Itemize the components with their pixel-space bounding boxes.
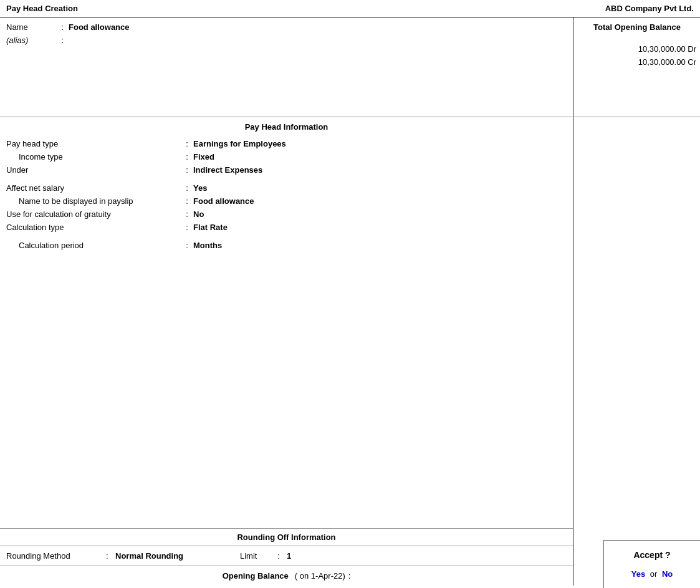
calc-type-value[interactable]: Flat Rate bbox=[193, 223, 228, 232]
accept-or-text: or bbox=[650, 569, 658, 579]
header-title-left: Pay Head Creation bbox=[6, 4, 78, 13]
income-type-row: Income type : Fixed bbox=[6, 152, 567, 161]
left-panel: Name : Food allowance (alias) : Pay Head… bbox=[0, 17, 573, 586]
pay-head-type-value[interactable]: Earnings for Employees bbox=[193, 139, 286, 148]
opening-balance-date: ( on 1-Apr-22) bbox=[295, 571, 345, 581]
rounding-method-colon: : bbox=[106, 551, 115, 561]
right-panel: Total Opening Balance 10,30,000.00 Dr 10… bbox=[573, 17, 700, 586]
alias-row: (alias) : bbox=[6, 36, 567, 45]
limit-value[interactable]: 1 bbox=[287, 551, 291, 561]
payslip-name-value[interactable]: Food allowance bbox=[193, 196, 254, 206]
rounding-method-value[interactable]: Normal Rounding bbox=[115, 551, 240, 561]
total-opening-balance-section: Total Opening Balance 10,30,000.00 Dr 10… bbox=[574, 17, 700, 117]
calc-type-row: Calculation type : Flat Rate bbox=[6, 223, 567, 232]
pay-head-type-colon: : bbox=[181, 139, 193, 148]
rounding-fields: Rounding Method : Normal Rounding Limit … bbox=[0, 546, 573, 566]
payslip-name-row: Name to be displayed in payslip : Food a… bbox=[6, 196, 567, 206]
total-opening-balance-title: Total Opening Balance bbox=[578, 22, 696, 32]
total-opening-balance-cr: 10,30,000.00 Cr bbox=[578, 57, 696, 67]
calc-period-value[interactable]: Months bbox=[193, 241, 222, 250]
pay-head-type-label: Pay head type bbox=[6, 139, 181, 148]
payslip-name-label: Name to be displayed in payslip bbox=[6, 196, 181, 206]
calc-type-colon: : bbox=[181, 223, 193, 232]
alias-colon: : bbox=[56, 36, 69, 45]
opening-balance-section: Opening Balance ( on 1-Apr-22) : bbox=[0, 566, 573, 586]
name-colon: : bbox=[56, 22, 69, 32]
name-value[interactable]: Food allowance bbox=[69, 22, 130, 32]
under-value[interactable]: Indirect Expenses bbox=[193, 165, 262, 175]
payslip-name-colon: : bbox=[181, 196, 193, 206]
under-label: Under bbox=[6, 165, 181, 175]
gratuity-row: Use for calculation of gratuity : No bbox=[6, 210, 567, 219]
accept-yes-button[interactable]: Yes bbox=[631, 569, 645, 579]
income-type-label: Income type bbox=[6, 152, 181, 161]
name-row: Name : Food allowance bbox=[6, 22, 567, 32]
gratuity-label: Use for calculation of gratuity bbox=[6, 210, 181, 219]
pay-head-info-section: Pay Head Information Pay head type : Ear… bbox=[0, 117, 573, 529]
main-layout: Name : Food allowance (alias) : Pay Head… bbox=[0, 17, 700, 586]
total-opening-balance-dr: 10,30,000.00 Dr bbox=[578, 44, 696, 54]
alias-label: (alias) bbox=[6, 36, 56, 45]
opening-balance-label: Opening Balance bbox=[223, 571, 289, 581]
opening-balance-colon: : bbox=[348, 571, 351, 581]
accept-no-button[interactable]: No bbox=[662, 569, 673, 579]
header: Pay Head Creation ABD Company Pvt Ltd. bbox=[0, 0, 700, 17]
limit-label: Limit bbox=[240, 551, 277, 561]
under-colon: : bbox=[181, 165, 193, 175]
income-type-colon: : bbox=[181, 152, 193, 161]
affect-net-salary-label: Affect net salary bbox=[6, 183, 181, 193]
pay-head-info-title: Pay Head Information bbox=[6, 122, 567, 132]
under-row: Under : Indirect Expenses bbox=[6, 165, 567, 175]
pay-head-type-row: Pay head type : Earnings for Employees bbox=[6, 139, 567, 148]
affect-net-salary-row: Affect net salary : Yes bbox=[6, 183, 567, 193]
income-type-value[interactable]: Fixed bbox=[193, 152, 214, 161]
rounding-method-row: Rounding Method : Normal Rounding Limit … bbox=[6, 551, 567, 561]
rounding-method-label: Rounding Method bbox=[6, 551, 106, 561]
calc-period-label: Calculation period bbox=[6, 241, 181, 250]
name-label: Name bbox=[6, 22, 56, 32]
accept-question: Accept ? bbox=[610, 550, 694, 560]
limit-colon: : bbox=[277, 551, 287, 561]
accept-options: Yes or No bbox=[610, 569, 694, 579]
affect-net-salary-value[interactable]: Yes bbox=[193, 183, 207, 193]
calc-period-row: Calculation period : Months bbox=[6, 241, 567, 250]
gratuity-colon: : bbox=[181, 210, 193, 219]
gratuity-value[interactable]: No bbox=[193, 210, 204, 219]
bottom-left-section: Rounding Off Information Rounding Method… bbox=[0, 529, 573, 586]
calc-type-label: Calculation type bbox=[6, 223, 181, 232]
name-alias-section: Name : Food allowance (alias) : bbox=[0, 17, 573, 117]
rounding-off-title: Rounding Off Information bbox=[0, 529, 573, 546]
calc-period-colon: : bbox=[181, 241, 193, 250]
right-middle-area bbox=[574, 117, 700, 586]
accept-dialog: Accept ? Yes or No bbox=[603, 540, 700, 588]
header-title-right: ABD Company Pvt Ltd. bbox=[605, 4, 694, 13]
affect-net-salary-colon: : bbox=[181, 183, 193, 193]
